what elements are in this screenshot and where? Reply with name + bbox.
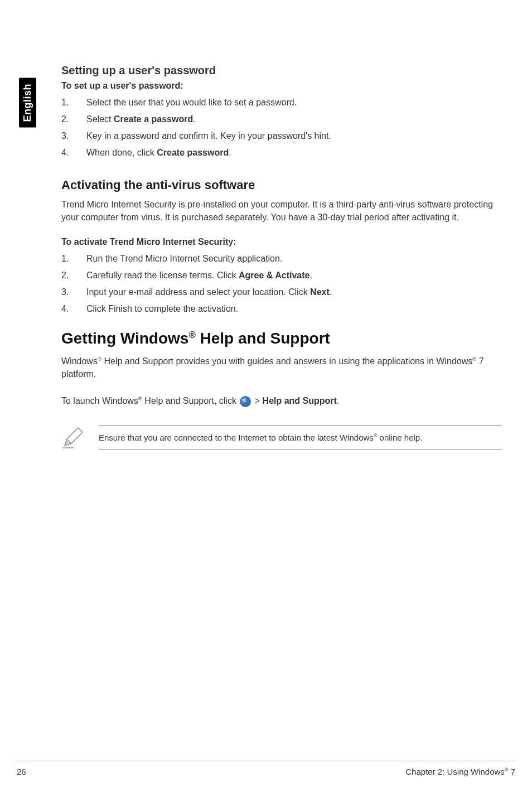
note-box: Ensure that you are connected to the Int… (61, 425, 502, 450)
pen-icon (61, 426, 85, 449)
list-item: 2.Select Create a password. (61, 114, 502, 124)
p1-mid: Help and Support provides you with guide… (101, 356, 472, 366)
h1-post: Help and Support (196, 330, 330, 347)
list-text: Run the Trend Micro Internet Security ap… (86, 254, 502, 264)
p2-mid: Help and Support, click (142, 396, 239, 405)
list-text: When done, click Create password. (86, 148, 502, 158)
list-number: 4. (61, 148, 86, 158)
list-item: 4.Click Finish to complete the activatio… (61, 304, 502, 314)
list-item: 3.Key in a password and confirm it. Key … (61, 131, 502, 141)
section3-para2: To launch Windows® Help and Support, cli… (61, 394, 502, 408)
list-number: 2. (61, 114, 86, 124)
list-text: Select the user that you would like to s… (86, 98, 502, 108)
list-number: 1. (61, 254, 86, 264)
list-number: 4. (61, 304, 86, 314)
p1-pre: Windows (61, 356, 98, 366)
list-item: 2.Carefully read the license terms. Clic… (61, 270, 502, 281)
list-text: Carefully read the license terms. Click … (86, 270, 502, 281)
page-footer: 26 Chapter 2: Using Windows® 7 (17, 761, 515, 776)
section1-subtitle: To set up a user's password: (61, 81, 502, 91)
start-icon (240, 396, 251, 407)
section3-title: Getting Windows® Help and Support (61, 330, 502, 347)
list-number: 1. (61, 98, 86, 108)
list-text: Key in a password and confirm it. Key in… (86, 131, 502, 141)
list-number: 3. (61, 287, 86, 297)
section1-list: 1.Select the user that you would like to… (61, 98, 502, 158)
p2-bold: Help and Support (263, 396, 337, 405)
main-content: Setting up a user's password To set up a… (61, 64, 502, 450)
list-item: 4.When done, click Create password. (61, 148, 502, 158)
list-text: Select Create a password. (86, 114, 502, 124)
section1-title: Setting up a user's password (61, 64, 502, 77)
section2-list: 1.Run the Trend Micro Internet Security … (61, 254, 502, 314)
list-item: 1.Select the user that you would like to… (61, 98, 502, 108)
list-item: 1.Run the Trend Micro Internet Security … (61, 254, 502, 264)
chapter-post: 7 (508, 767, 515, 776)
p2-gt: > (252, 396, 262, 405)
reg-mark: ® (138, 395, 142, 402)
p2-post: . (337, 396, 339, 405)
list-item: 3.Input your e-mail address and select y… (61, 287, 502, 297)
note-pre: Ensure that you are connected to the Int… (99, 433, 374, 442)
p2-pre: To launch Windows (61, 396, 138, 405)
h1-pre: Getting Windows (61, 330, 188, 347)
note-post: online help. (377, 433, 422, 442)
language-tab: English (19, 78, 36, 128)
list-text: Input your e-mail address and select you… (86, 287, 502, 297)
chapter-pre: Chapter 2: Using Windows (405, 767, 505, 776)
list-number: 2. (61, 270, 86, 281)
chapter-label: Chapter 2: Using Windows® 7 (405, 767, 515, 776)
reg-mark: ® (188, 330, 195, 340)
section2-para: Trend Micro Internet Security is pre-ins… (61, 198, 502, 224)
note-text: Ensure that you are connected to the Int… (99, 425, 502, 450)
list-number: 3. (61, 131, 86, 141)
section2-subtitle: To activate Trend Micro Internet Securit… (61, 237, 502, 247)
section2-title: Activating the anti-virus software (61, 178, 502, 192)
reg-mark: ® (98, 355, 101, 361)
list-text: Click Finish to complete the activation. (86, 304, 502, 314)
page-number: 26 (17, 767, 26, 776)
section3-para1: Windows® Help and Support provides you w… (61, 355, 502, 380)
